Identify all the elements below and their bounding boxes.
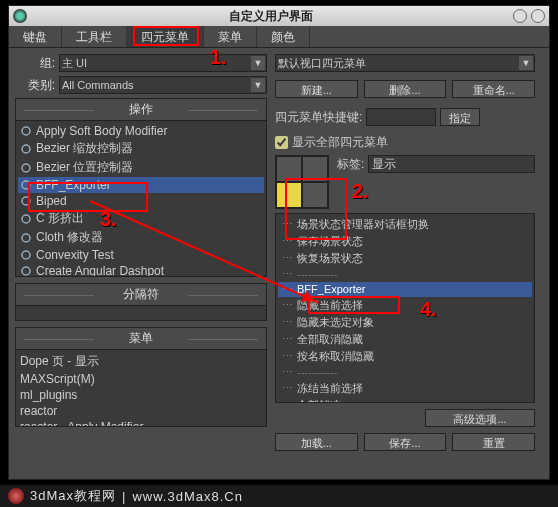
hotkey-label: 四元菜单快捷键: (275, 109, 362, 126)
quad-items-list[interactable]: 场景状态管理器对话框切换保存场景状态恢复场景状态-----------BFF_E… (275, 213, 535, 403)
quad-tl[interactable] (277, 157, 301, 181)
save-button[interactable]: 保存... (364, 433, 447, 451)
window-title: 自定义用户界面 (33, 8, 509, 25)
list-item[interactable]: 场景状态管理器对话框切换 (278, 216, 532, 233)
action-icon (20, 162, 32, 174)
reset-button[interactable]: 重置 (452, 433, 535, 451)
list-item[interactable]: Dope 页 - 显示 (18, 352, 264, 371)
group-dropdown[interactable]: 主 UI (59, 54, 267, 72)
list-item[interactable]: Convexity Test (18, 247, 264, 263)
list-item[interactable]: 恢复场景状态 (278, 250, 532, 267)
svg-point-5 (22, 215, 30, 223)
list-item[interactable]: reactor - Apply Modifier (18, 419, 264, 426)
menus-header: 菜单 (16, 328, 266, 350)
tag-input[interactable] (368, 155, 535, 173)
quad-tr[interactable] (303, 157, 327, 181)
tag-label: 标签: (337, 156, 364, 173)
action-icon (20, 249, 32, 261)
action-icon (20, 143, 32, 155)
list-item[interactable]: 全部取消隐藏 (278, 331, 532, 348)
minimize-button[interactable] (513, 9, 527, 23)
right-column: 默认视口四元菜单 新建... 删除... 重命名... 四元菜单快捷键: 指定 … (275, 54, 535, 451)
list-item[interactable]: Bezier 缩放控制器 (18, 139, 264, 158)
assign-button[interactable]: 指定 (440, 108, 480, 126)
quad-br[interactable] (303, 183, 327, 207)
svg-point-8 (22, 267, 30, 275)
svg-point-0 (22, 127, 30, 135)
menus-panel: 菜单 Dope 页 - 显示MAXScript(M)ml_pluginsreac… (15, 327, 267, 427)
action-icon (20, 125, 32, 137)
list-item[interactable]: 隐藏当前选择 (278, 297, 532, 314)
list-item[interactable]: Cloth 修改器 (18, 228, 264, 247)
dialog-body: 组: 主 UI 类别: All Commands 操作 Apply Soft B… (9, 48, 549, 457)
new-button[interactable]: 新建... (275, 80, 358, 98)
left-column: 组: 主 UI 类别: All Commands 操作 Apply Soft B… (15, 54, 267, 451)
quad-preview[interactable] (275, 155, 329, 209)
footer-site: 3dMax教程网 (30, 487, 116, 505)
footer-sep: | (122, 489, 126, 504)
footer-watermark: 3dMax教程网 | www.3dMax8.Cn (0, 485, 558, 507)
svg-point-1 (22, 145, 30, 153)
titlebar: 自定义用户界面 (9, 6, 549, 26)
list-item[interactable]: BFF_Exporter (278, 282, 532, 297)
app-logo-icon (13, 9, 27, 23)
show-all-label: 显示全部四元菜单 (292, 134, 388, 151)
list-item[interactable]: 保存场景状态 (278, 233, 532, 250)
quad-bl[interactable] (277, 183, 301, 207)
svg-point-7 (22, 251, 30, 259)
list-item[interactable]: ml_plugins (18, 387, 264, 403)
svg-point-6 (22, 234, 30, 242)
operations-list[interactable]: Apply Soft Body ModifierBezier 缩放控制器Bezi… (16, 121, 266, 276)
separator-header: 分隔符 (16, 284, 266, 306)
category-label: 类别: (15, 77, 55, 94)
show-all-checkbox[interactable] (275, 136, 288, 149)
operations-header: 操作 (16, 99, 266, 121)
customize-ui-window: 自定义用户界面 键盘 工具栏 四元菜单 菜单 颜色 组: 主 UI 类别: Al… (8, 5, 550, 480)
tab-color[interactable]: 颜色 (257, 26, 310, 47)
list-item[interactable]: ----------- (278, 365, 532, 380)
operations-panel: 操作 Apply Soft Body ModifierBezier 缩放控制器B… (15, 98, 267, 277)
tab-keyboard[interactable]: 键盘 (9, 26, 62, 47)
list-item[interactable]: BFF_Exporter (18, 177, 264, 193)
list-item[interactable]: C 形挤出 (18, 209, 264, 228)
menus-list[interactable]: Dope 页 - 显示MAXScript(M)ml_pluginsreactor… (16, 350, 266, 426)
separator-body (16, 306, 266, 320)
list-item[interactable]: Create Angular Dashpot (18, 263, 264, 276)
svg-point-2 (22, 164, 30, 172)
load-button[interactable]: 加载... (275, 433, 358, 451)
tab-bar: 键盘 工具栏 四元菜单 菜单 颜色 (9, 26, 549, 48)
tab-menu[interactable]: 菜单 (204, 26, 257, 47)
group-label: 组: (15, 55, 55, 72)
footer-url: www.3dMax8.Cn (132, 489, 243, 504)
close-button[interactable] (531, 9, 545, 23)
list-item[interactable]: 隐藏未选定对象 (278, 314, 532, 331)
rename-button[interactable]: 重命名... (452, 80, 535, 98)
list-item[interactable]: 按名称取消隐藏 (278, 348, 532, 365)
advanced-button[interactable]: 高级选项... (425, 409, 535, 427)
list-item[interactable]: Bezier 位置控制器 (18, 158, 264, 177)
action-icon (20, 195, 32, 207)
delete-button[interactable]: 删除... (364, 80, 447, 98)
list-item[interactable]: ----------- (278, 267, 532, 282)
action-icon (20, 232, 32, 244)
category-dropdown[interactable]: All Commands (59, 76, 267, 94)
list-item[interactable]: 冻结当前选择 (278, 380, 532, 397)
action-icon (20, 179, 32, 191)
quad-menu-dropdown[interactable]: 默认视口四元菜单 (275, 54, 535, 72)
list-item[interactable]: Biped (18, 193, 264, 209)
list-item[interactable]: Apply Soft Body Modifier (18, 123, 264, 139)
hotkey-input[interactable] (366, 108, 436, 126)
action-icon (20, 265, 32, 276)
tab-toolbar[interactable]: 工具栏 (62, 26, 127, 47)
tab-quad-menu[interactable]: 四元菜单 (127, 26, 204, 47)
action-icon (20, 213, 32, 225)
svg-point-4 (22, 197, 30, 205)
list-item[interactable]: reactor (18, 403, 264, 419)
list-item[interactable]: MAXScript(M) (18, 371, 264, 387)
list-item[interactable]: 全部解冻 (278, 397, 532, 403)
footer-logo-icon (8, 488, 24, 504)
separator-panel: 分隔符 (15, 283, 267, 321)
svg-point-3 (22, 181, 30, 189)
